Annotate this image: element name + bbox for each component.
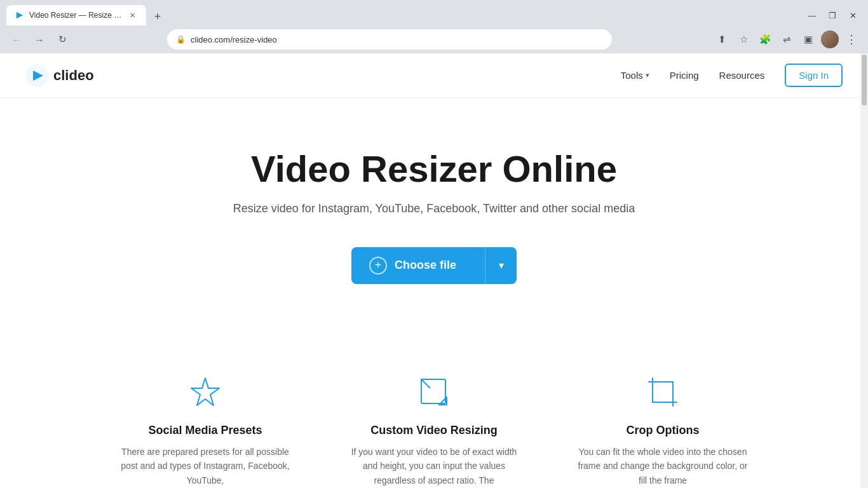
- bookmark-icon[interactable]: ☆: [735, 30, 752, 48]
- social-media-presets-title: Social Media Presets: [116, 424, 294, 437]
- feature-card-custom-video-resizing: Custom Video Resizing If you want your v…: [345, 373, 523, 487]
- browser-tab[interactable]: Video Resizer — Resize Video Or… ✕: [6, 5, 146, 25]
- crop-options-icon: [644, 373, 682, 411]
- tab-close-button[interactable]: ✕: [127, 10, 137, 20]
- plus-circle-icon: +: [369, 257, 387, 274]
- address-bar[interactable]: 🔒 clideo.com/resize-video: [167, 29, 612, 50]
- profile-sync-icon[interactable]: ⇌: [778, 30, 796, 48]
- crop-options-desc: You can fit the whole video into the cho…: [574, 445, 752, 487]
- maximize-button[interactable]: ❐: [824, 6, 841, 24]
- tab-title: Video Resizer — Resize Video Or…: [29, 11, 122, 20]
- choose-file-main[interactable]: + Choose file: [351, 247, 485, 284]
- features-section: Social Media Presets There are prepared …: [0, 360, 868, 487]
- social-media-presets-desc: There are prepared presets for all possi…: [116, 445, 294, 487]
- nav-links: Tools ▾ Pricing Resources Sign In: [621, 64, 843, 87]
- custom-video-resizing-desc: If you want your video to be of exact wi…: [345, 445, 523, 487]
- extensions-icon[interactable]: 🧩: [756, 30, 774, 48]
- svg-line-5: [421, 379, 430, 388]
- url-text: clideo.com/resize-video: [191, 35, 603, 44]
- scrollbar-thumb[interactable]: [862, 55, 867, 105]
- hero-subtitle: Resize video for Instagram, YouTube, Fac…: [25, 202, 843, 215]
- side-panel-icon[interactable]: ▣: [799, 30, 817, 48]
- crop-options-title: Crop Options: [574, 424, 752, 437]
- website-content: clideo Tools ▾ Pricing Resources Sign In…: [0, 53, 868, 487]
- back-button[interactable]: ←: [8, 30, 25, 48]
- lock-icon: 🔒: [176, 35, 186, 44]
- choose-file-dropdown-button[interactable]: ▾: [485, 247, 517, 284]
- logo-text: clideo: [53, 67, 94, 84]
- close-button[interactable]: ✕: [844, 6, 862, 24]
- logo[interactable]: clideo: [25, 64, 94, 87]
- share-icon[interactable]: ⬆: [713, 30, 731, 48]
- refresh-button[interactable]: ↻: [53, 30, 71, 48]
- feature-card-social-media-presets: Social Media Presets There are prepared …: [116, 373, 294, 487]
- svg-marker-3: [191, 378, 219, 405]
- browser-menu-button[interactable]: ⋮: [843, 30, 860, 48]
- minimize-button[interactable]: —: [803, 6, 821, 24]
- choose-file-button[interactable]: + Choose file ▾: [351, 247, 517, 284]
- custom-video-resizing-icon: [415, 373, 453, 411]
- pricing-nav-link[interactable]: Pricing: [670, 70, 699, 81]
- choose-file-label: Choose file: [395, 259, 456, 272]
- sign-in-button[interactable]: Sign In: [785, 64, 843, 87]
- tools-chevron-icon: ▾: [646, 71, 649, 79]
- new-tab-button[interactable]: +: [149, 8, 166, 25]
- resources-nav-link[interactable]: Resources: [719, 70, 765, 81]
- logo-icon: [25, 64, 48, 87]
- site-navigation: clideo Tools ▾ Pricing Resources Sign In: [0, 53, 868, 98]
- svg-marker-0: [17, 12, 24, 19]
- profile-avatar[interactable]: [821, 30, 839, 48]
- social-media-presets-icon: [186, 373, 224, 411]
- svg-rect-7: [653, 382, 673, 402]
- tools-nav-link[interactable]: Tools ▾: [621, 70, 649, 81]
- feature-card-crop-options: Crop Options You can fit the whole video…: [574, 373, 752, 487]
- choose-file-wrapper: + Choose file ▾: [25, 247, 843, 284]
- hero-title: Video Resizer Online: [25, 149, 843, 189]
- hero-section: Video Resizer Online Resize video for In…: [0, 98, 868, 360]
- custom-video-resizing-title: Custom Video Resizing: [345, 424, 523, 437]
- forward-button[interactable]: →: [31, 30, 48, 48]
- scrollbar[interactable]: [860, 53, 868, 488]
- tab-favicon: [15, 11, 24, 20]
- chevron-down-icon: ▾: [499, 259, 504, 271]
